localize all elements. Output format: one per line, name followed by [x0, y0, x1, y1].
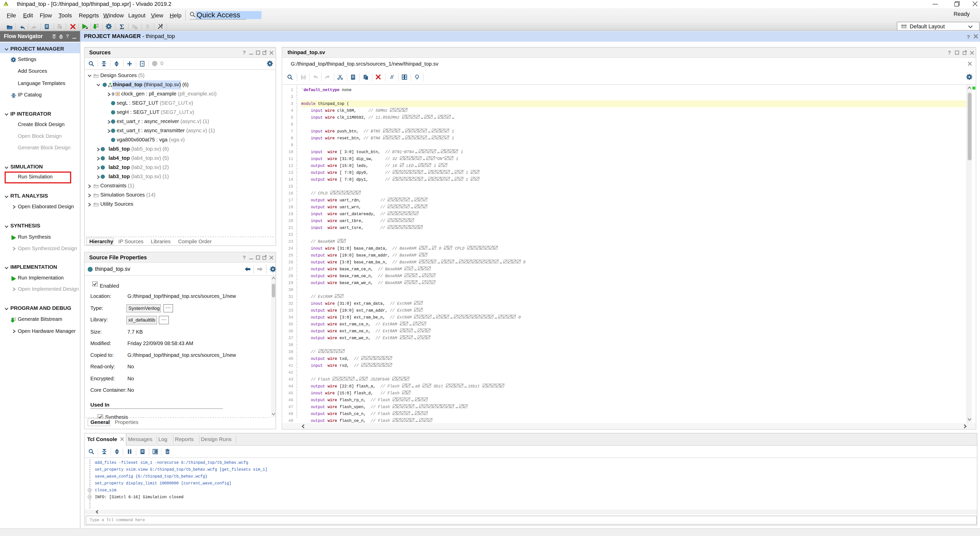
svg-text:?: ? — [141, 62, 143, 66]
svg-text:10: 10 — [14, 319, 16, 321]
svg-text:?: ? — [242, 255, 245, 260]
svg-text:?: ? — [948, 50, 951, 56]
svg-text://: // — [390, 74, 394, 80]
svg-text:10: 10 — [97, 25, 99, 27]
svg-text:Σ: Σ — [119, 23, 124, 30]
svg-text:?: ? — [242, 50, 245, 56]
